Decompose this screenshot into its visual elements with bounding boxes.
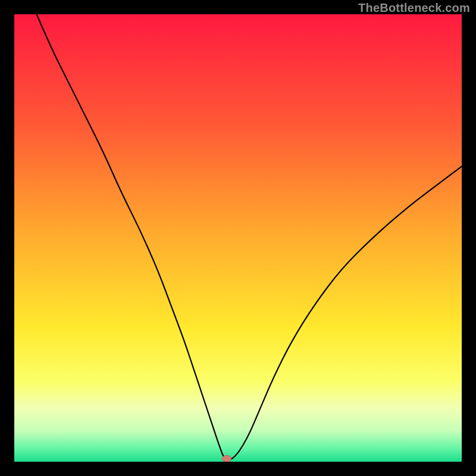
plot-area	[14, 14, 462, 462]
optimal-point-marker	[222, 455, 231, 462]
bottleneck-curve	[14, 14, 462, 462]
watermark-text: TheBottleneck.com	[358, 1, 470, 15]
chart-frame: TheBottleneck.com	[0, 0, 476, 476]
